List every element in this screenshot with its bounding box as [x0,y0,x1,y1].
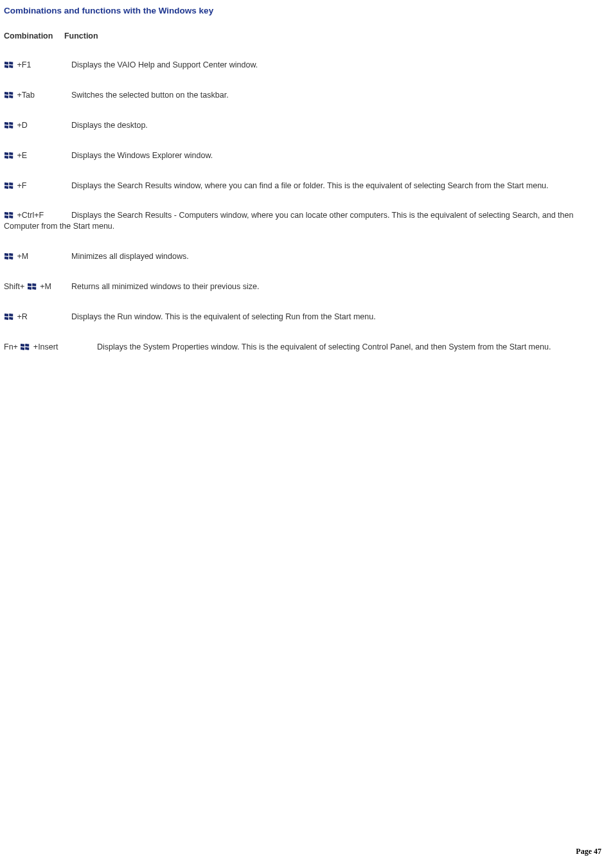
combination-cell: +F1 [4,60,71,71]
windows-key-icon [4,252,14,261]
table-header: Combination Function [4,31,609,42]
page-number: Page 47 [576,846,601,856]
table-row: +TabSwitches the selected button on the … [4,90,609,101]
table-row: +FDisplays the Search Results window, wh… [4,181,609,191]
column-header-combination: Combination [4,31,53,42]
key-suffix: +E [15,151,27,160]
table-row: +EDisplays the Windows Explorer window. [4,150,609,161]
table-row: +Ctrl+FDisplays the Search Results - Com… [4,210,609,232]
combination-cell: +Ctrl+F [4,210,71,221]
table-row: +F1Displays the VAIO Help and Support Ce… [4,60,609,71]
page-no: 47 [594,847,601,856]
combination-cell: +E [4,150,71,161]
key-suffix: +Insert [31,342,58,351]
key-suffix: +R [15,312,28,321]
function-cell: Switches the selected button on the task… [71,91,229,100]
windows-key-icon [4,121,14,130]
key-suffix: +M [38,282,51,291]
key-suffix: +F1 [15,60,31,69]
windows-key-icon [4,312,14,321]
windows-key-icon [4,211,14,220]
windows-key-icon [20,342,30,351]
key-suffix: +F [15,181,26,190]
table-row: +MMinimizes all displayed windows. [4,251,609,262]
key-suffix: +Ctrl+F [15,211,44,220]
combination-cell: +Tab [4,90,71,101]
key-suffix: +M [15,252,28,261]
combination-cell: Shift+ +M [4,281,71,292]
function-cell: Returns all minimized windows to their p… [71,282,259,291]
function-cell: Displays the VAIO Help and Support Cente… [71,60,258,69]
function-cell: Displays the Search Results - Computers … [4,211,573,231]
function-cell: Displays the System Properties window. T… [97,342,551,351]
column-header-function: Function [64,31,98,42]
function-cell: Displays the desktop. [71,121,148,130]
table-row: Shift+ +MReturns all minimized windows t… [4,281,609,292]
combination-cell: +M [4,251,71,262]
combination-cell: +R [4,312,71,323]
table-row: +RDisplays the Run window. This is the e… [4,312,609,323]
function-cell: Displays the Search Results window, wher… [71,181,549,190]
key-suffix: +D [15,121,28,130]
page-label: Page [576,847,592,856]
combination-cell: +F [4,181,71,191]
function-cell: Displays the Windows Explorer window. [71,151,213,160]
table-row: +DDisplays the desktop. [4,120,609,131]
function-cell: Displays the Run window. This is the equ… [71,312,376,321]
combination-cell: Fn+ +Insert [4,342,97,353]
combination-cell: +D [4,120,71,131]
windows-key-icon [4,151,14,160]
table-row: Fn+ +InsertDisplays the System Propertie… [4,342,609,353]
windows-key-icon [4,91,14,100]
section-title: Combinations and functions with the Wind… [4,5,609,17]
key-suffix: +Tab [15,91,35,100]
function-cell: Minimizes all displayed windows. [71,252,189,261]
windows-key-icon [27,282,37,291]
windows-key-icon [4,60,14,69]
windows-key-icon [4,181,14,190]
